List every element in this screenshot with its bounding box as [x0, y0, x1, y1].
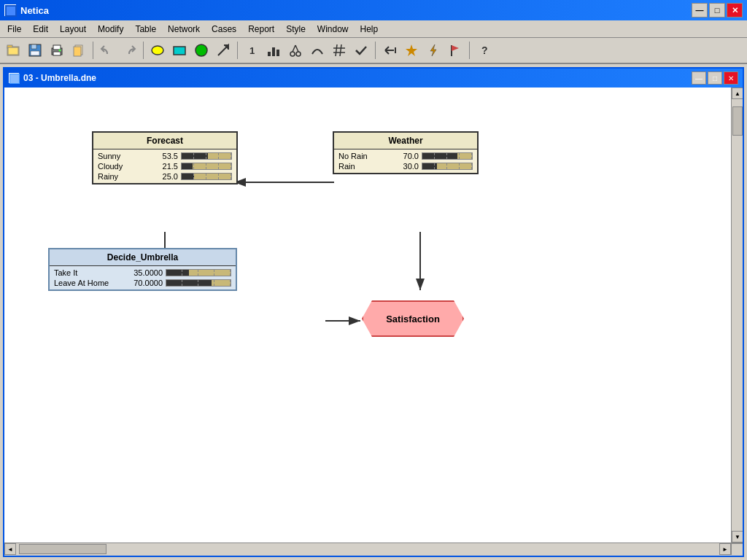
tool-back-arrow[interactable]: [379, 40, 400, 61]
decide-umbrella-body: Take It 35.0000 Leave At Home 70.0000: [50, 266, 236, 289]
svg-rect-9: [53, 45, 61, 50]
menu-report[interactable]: Report: [242, 23, 280, 36]
weather-row-rain: Rain 30.0: [338, 161, 473, 171]
weather-value-rain: 30.0: [392, 162, 419, 171]
scroll-track-h[interactable]: [16, 543, 719, 555]
doc-close-button[interactable]: ✕: [724, 71, 738, 85]
tool-check[interactable]: [351, 40, 371, 61]
doc-title-bar: 03 - Umbrella.dne — □ ✕: [4, 69, 743, 88]
tool-redo[interactable]: [119, 40, 139, 61]
decide-label-leavehome: Leave At Home: [54, 279, 120, 287]
menu-file[interactable]: File: [1, 23, 27, 36]
satisfaction-shape: Satisfaction: [362, 300, 464, 337]
tool-circle[interactable]: [191, 40, 212, 61]
forecast-bar-cloudy: [181, 163, 232, 170]
maximize-button[interactable]: □: [709, 3, 725, 18]
svg-point-16: [196, 44, 207, 56]
svg-rect-1: [7, 7, 15, 15]
svg-point-14: [152, 46, 163, 55]
menu-cases[interactable]: Cases: [206, 23, 242, 36]
toolbar: 1 ?: [0, 38, 747, 64]
scroll-down-button[interactable]: ▼: [732, 531, 743, 542]
scroll-up-button[interactable]: ▲: [732, 88, 743, 99]
menu-layout[interactable]: Layout: [54, 23, 92, 36]
close-button[interactable]: ✕: [727, 3, 743, 18]
menu-network[interactable]: Network: [162, 23, 206, 36]
svg-rect-36: [10, 74, 19, 83]
svg-marker-31: [430, 44, 436, 56]
svg-marker-33: [452, 45, 459, 51]
decide-value-takeit: 35.0000: [123, 268, 163, 277]
svg-text:1: 1: [249, 45, 255, 56]
tool-print[interactable]: [47, 40, 67, 61]
tool-save[interactable]: [25, 40, 45, 61]
svg-rect-4: [8, 47, 18, 55]
doc-minimize-button[interactable]: —: [692, 71, 706, 85]
app-icon: [4, 4, 16, 16]
weather-label-rain: Rain: [338, 162, 390, 171]
scroll-left-button[interactable]: ◄: [4, 543, 16, 555]
weather-value-norain: 70.0: [392, 152, 419, 160]
forecast-bar-sunny: [181, 152, 232, 160]
svg-rect-20: [272, 47, 275, 56]
tool-copy[interactable]: [69, 40, 89, 61]
decide-umbrella-title: Decide_Umbrella: [50, 249, 236, 266]
svg-line-27: [340, 44, 341, 56]
decide-umbrella-node[interactable]: Decide_Umbrella Take It 35.0000 Leave At…: [48, 248, 237, 291]
svg-rect-7: [31, 51, 39, 55]
tool-rect[interactable]: [169, 40, 190, 61]
decide-bar-leavehome: [166, 279, 231, 287]
forecast-label-rainy: Rainy: [98, 172, 149, 181]
tool-help[interactable]: ?: [473, 40, 494, 61]
decide-value-leavehome: 70.0000: [123, 279, 163, 287]
menu-window[interactable]: Window: [311, 23, 355, 36]
svg-rect-13: [74, 47, 81, 56]
doc-maximize-button[interactable]: □: [708, 71, 722, 85]
resize-grip: [731, 543, 743, 555]
canvas[interactable]: Forecast Sunny 53.5 Cloudy 21.: [4, 88, 731, 542]
tool-hash[interactable]: [329, 40, 349, 61]
scroll-thumb-h[interactable]: [19, 544, 107, 554]
forecast-value-rainy: 25.0: [152, 172, 178, 181]
menu-edit[interactable]: Edit: [27, 23, 54, 36]
separator-2: [143, 42, 144, 59]
weather-bar-norain: [422, 152, 473, 160]
tool-lightning[interactable]: [423, 40, 444, 61]
scroll-track-v[interactable]: [732, 99, 743, 531]
tool-cut[interactable]: [285, 40, 306, 61]
scroll-right-button[interactable]: ►: [719, 543, 731, 555]
forecast-node[interactable]: Forecast Sunny 53.5 Cloudy 21.: [92, 131, 238, 184]
tool-undo[interactable]: [97, 40, 117, 61]
forecast-label-cloudy: Cloudy: [98, 162, 149, 171]
tool-star[interactable]: [401, 40, 422, 61]
forecast-label-sunny: Sunny: [98, 152, 149, 160]
tool-flag[interactable]: [445, 40, 465, 61]
doc-window-controls: — □ ✕: [692, 71, 738, 85]
separator-4: [375, 42, 376, 59]
forecast-row-rainy: Rainy 25.0: [98, 171, 232, 182]
forecast-row-sunny: Sunny 53.5: [98, 151, 232, 161]
tool-open[interactable]: [3, 40, 23, 61]
menu-table[interactable]: Table: [129, 23, 162, 36]
svg-point-22: [290, 52, 295, 56]
tool-curve[interactable]: [307, 40, 328, 61]
weather-node[interactable]: Weather No Rain 70.0 Rain 30.0: [333, 131, 479, 174]
scroll-thumb-v[interactable]: [732, 106, 743, 136]
tool-1[interactable]: 1: [241, 40, 262, 61]
svg-marker-30: [406, 44, 417, 56]
menu-modify[interactable]: Modify: [92, 23, 129, 36]
satisfaction-node[interactable]: Satisfaction: [362, 300, 464, 337]
minimize-button[interactable]: —: [692, 3, 708, 18]
tool-oval[interactable]: [147, 40, 168, 61]
svg-line-26: [336, 44, 337, 56]
window-controls: — □ ✕: [692, 3, 743, 18]
decide-row-takeit: Take It 35.0000: [54, 268, 231, 278]
forecast-row-cloudy: Cloudy 21.5: [98, 161, 232, 171]
tool-chart[interactable]: [263, 40, 284, 61]
separator-3: [237, 42, 238, 59]
tool-arrow[interactable]: [213, 40, 233, 61]
weather-node-title: Weather: [334, 133, 477, 149]
menu-style[interactable]: Style: [280, 23, 311, 36]
menu-help[interactable]: Help: [355, 23, 384, 36]
main-area: 03 - Umbrella.dne — □ ✕: [0, 64, 747, 560]
